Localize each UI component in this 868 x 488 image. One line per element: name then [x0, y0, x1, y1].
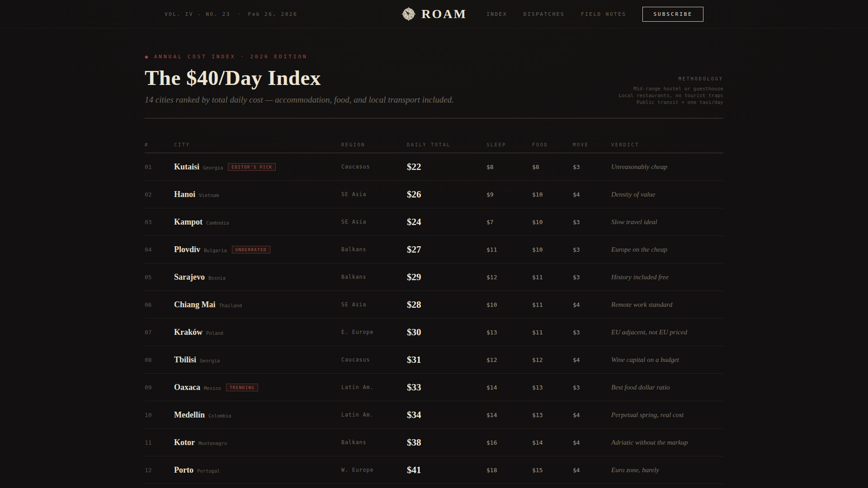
food-cell: $8: [532, 164, 573, 170]
rank-cell: 05: [145, 274, 174, 281]
country-label: Montenegro: [198, 441, 227, 446]
daily-total-cell: $26: [407, 189, 486, 200]
daily-total-cell: $22: [407, 161, 486, 173]
move-cell: $4: [573, 301, 611, 308]
daily-total-cell: $38: [407, 437, 486, 448]
city-badge: UNDERRATED: [232, 246, 270, 253]
region-cell: Balkans: [341, 274, 407, 280]
move-cell: $3: [573, 164, 611, 170]
food-cell: $13: [532, 412, 573, 418]
sleep-cell: $11: [486, 246, 532, 253]
daily-total-cell: $33: [407, 382, 486, 393]
table-row: 10 Medellín Colombia Latin Am. $34 $14 $…: [145, 401, 723, 429]
move-cell: $3: [573, 329, 611, 336]
table-row: 03 Kampot Cambodia SE Asia $24 $7 $10 $3…: [145, 208, 723, 236]
issue-date: Feb 26, 2026: [248, 11, 297, 17]
region-cell: SE Asia: [341, 219, 407, 225]
city-cell: Kutaisi Georgia EDITOR'S PICK: [174, 162, 341, 172]
nav-index[interactable]: INDEX: [486, 11, 507, 17]
sleep-cell: $13: [486, 329, 532, 336]
page-subtitle: 14 cities ranked by total daily cost — a…: [145, 95, 454, 105]
city-name: Oaxaca: [174, 383, 200, 392]
city-badge: EDITOR'S PICK: [228, 163, 276, 171]
methodology-line: Local restaurants, no tourist traps: [618, 92, 723, 99]
daily-total-cell: $29: [407, 272, 486, 283]
rank-cell: 01: [145, 164, 174, 170]
verdict-cell: Adriatic without the markup: [611, 439, 723, 446]
region-cell: Balkans: [341, 439, 407, 446]
table-row: 05 Sarajevo Bosnia Balkans $29 $12 $11 $…: [145, 263, 723, 291]
city-name: Kampot: [174, 217, 203, 227]
verdict-cell: Europe on the cheap: [611, 246, 723, 253]
table-row: 12 Porto Portugal W. Europe $41 $18 $15 …: [145, 456, 723, 484]
sleep-cell: $8: [486, 164, 532, 170]
rank-cell: 12: [145, 467, 174, 474]
sleep-cell: $14: [486, 384, 532, 391]
move-cell: $4: [573, 191, 611, 198]
issue-number: VOL. IV - NO. 23: [165, 11, 231, 17]
city-name: Hanoi: [174, 190, 195, 199]
site-header: VOL. IV - NO. 23 · Feb 26, 2026: [0, 0, 868, 28]
city-cell: Plovdiv Bulgaria UNDERRATED: [174, 245, 341, 254]
region-cell: W. Europe: [341, 467, 407, 473]
food-cell: $15: [532, 467, 573, 474]
issue-info: VOL. IV - NO. 23 · Feb 26, 2026: [165, 11, 401, 17]
move-cell: $3: [573, 246, 611, 253]
hero-section: ◆ ANNUAL COST INDEX · 2026 EDITION The $…: [145, 28, 723, 106]
city-name: Plovdiv: [174, 245, 200, 254]
table-row: 11 Kotor Montenegro Balkans $38 $16 $14 …: [145, 429, 723, 456]
brand-logo[interactable]: ROAM: [401, 6, 467, 22]
city-name: Chiang Mai: [174, 300, 216, 310]
verdict-cell: History included free: [611, 273, 723, 281]
page-title: The $40/Day Index: [145, 66, 454, 90]
region-cell: SE Asia: [341, 191, 407, 197]
region-cell: Caucasus: [341, 164, 407, 170]
cost-index-table: #CITYREGIONDAILY TOTALSLEEPFOODMOVEVERDI…: [145, 118, 723, 484]
subscribe-button[interactable]: SUBSCRIBE: [642, 7, 703, 22]
eyebrow-label: ANNUAL COST INDEX · 2026 EDITION: [154, 54, 308, 60]
move-cell: $4: [573, 467, 611, 474]
brand-name: ROAM: [421, 7, 467, 21]
city-cell: Chiang Mai Thailand: [174, 300, 341, 310]
food-cell: $10: [532, 246, 573, 253]
column-header--: #: [145, 142, 174, 147]
daily-total-cell: $30: [407, 327, 486, 338]
methodology-heading: METHODOLOGY: [618, 76, 723, 81]
daily-total-cell: $27: [407, 244, 486, 255]
country-label: Georgia: [203, 165, 223, 170]
city-name: Medellín: [174, 410, 205, 420]
city-name: Kutaisi: [174, 162, 199, 172]
sleep-cell: $18: [486, 467, 532, 474]
region-cell: Latin Am.: [341, 412, 407, 418]
table-body: 01 Kutaisi Georgia EDITOR'S PICK Caucasu…: [145, 153, 723, 484]
column-header-daily-total: DAILY TOTAL: [407, 142, 486, 147]
verdict-cell: Density of value: [611, 191, 723, 198]
food-cell: $10: [532, 191, 573, 198]
sleep-cell: $7: [486, 219, 532, 225]
city-cell: Hanoi Vietnam: [174, 190, 341, 199]
issue-separator: ·: [238, 11, 241, 17]
verdict-cell: Remote work standard: [611, 301, 723, 309]
rank-cell: 03: [145, 219, 174, 225]
city-cell: Porto Portugal: [174, 465, 341, 475]
daily-total-cell: $31: [407, 354, 486, 366]
food-cell: $12: [532, 357, 573, 363]
food-cell: $11: [532, 274, 573, 281]
city-cell: Kampot Cambodia: [174, 217, 341, 227]
methodology-line: Mid-range hostel or guesthouse: [618, 85, 723, 92]
nav-dispatches[interactable]: DISPATCHES: [524, 11, 565, 17]
country-label: Georgia: [200, 358, 220, 363]
rank-cell: 07: [145, 329, 174, 336]
rank-cell: 09: [145, 384, 174, 391]
country-label: Colombia: [208, 413, 231, 418]
city-name: Kraków: [174, 328, 203, 337]
city-name: Sarajevo: [174, 272, 205, 282]
country-label: Poland: [206, 330, 223, 336]
food-cell: $13: [532, 384, 573, 391]
methodology-line: Public transit + one taxi/day: [618, 99, 723, 106]
city-cell: Sarajevo Bosnia: [174, 272, 341, 282]
country-label: Thailand: [219, 303, 242, 308]
region-cell: Caucasus: [341, 357, 407, 363]
nav-field-notes[interactable]: FIELD NOTES: [581, 11, 626, 17]
rank-cell: 04: [145, 246, 174, 253]
